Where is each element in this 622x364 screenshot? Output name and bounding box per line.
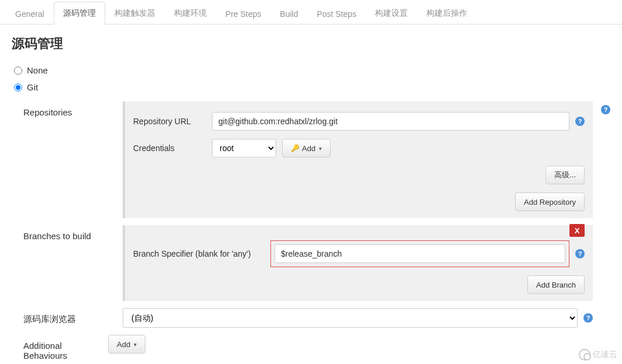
repositories-label: Repositories xyxy=(0,102,123,117)
help-icon[interactable]: ? xyxy=(583,313,593,323)
row-repo-browser: 源码库浏览器 (自动) ? xyxy=(0,308,622,328)
watermark-icon xyxy=(579,349,590,360)
tab-build-settings[interactable]: 构建设置 xyxy=(366,2,417,24)
branch-specifier-label: Branch Specifier (blank for 'any') xyxy=(133,249,270,258)
branches-label: Branches to build xyxy=(0,225,123,241)
credentials-label: Credentials xyxy=(133,144,212,153)
scm-option-none[interactable]: None xyxy=(14,62,608,79)
credentials-select[interactable]: root xyxy=(212,139,276,158)
repo-url-input[interactable] xyxy=(212,112,569,131)
tab-general[interactable]: General xyxy=(6,3,54,24)
tab-scm[interactable]: 源码管理 xyxy=(54,2,105,24)
branch-spec-row: Branch Specifier (blank for 'any') ? xyxy=(133,240,585,267)
help-icon[interactable]: ? xyxy=(575,117,585,126)
additional-behaviours-label: Additional Behaviours xyxy=(0,335,108,360)
scm-radio-none[interactable] xyxy=(14,66,22,75)
branch-specifier-highlight xyxy=(270,240,569,267)
repo-url-row: Repository URL ? xyxy=(133,112,585,131)
row-branches: Branches to build X Branch Specifier (bl… xyxy=(0,225,622,301)
add-credentials-label: Add xyxy=(302,144,315,153)
add-repository-button[interactable]: Add Repository xyxy=(515,192,585,211)
chevron-down-icon: ▾ xyxy=(319,145,322,152)
chevron-down-icon: ▾ xyxy=(134,341,137,348)
add-branch-button[interactable]: Add Branch xyxy=(527,275,585,294)
add-behaviour-button[interactable]: Add ▾ xyxy=(108,335,145,354)
tab-build[interactable]: Build xyxy=(270,3,307,24)
tab-pre-steps[interactable]: Pre Steps xyxy=(216,3,270,24)
branches-panel: X Branch Specifier (blank for 'any') ? A… xyxy=(123,225,593,301)
delete-branch-button[interactable]: X xyxy=(569,224,585,237)
branch-specifier-input[interactable] xyxy=(274,244,565,263)
repo-url-label: Repository URL xyxy=(133,117,212,126)
watermark-text: 亿速云 xyxy=(593,349,617,360)
config-tabs: General 源码管理 构建触发器 构建环境 Pre Steps Build … xyxy=(0,0,622,24)
repo-browser-select[interactable]: (自动) xyxy=(123,308,578,328)
help-icon[interactable]: ? xyxy=(601,105,610,114)
scm-option-label: Git xyxy=(27,82,38,92)
repositories-panel: Repository URL ? Credentials root 🔑 Add … xyxy=(123,102,593,218)
add-credentials-button[interactable]: 🔑 Add ▾ xyxy=(282,139,331,158)
row-additional-behaviours: Additional Behaviours Add ▾ xyxy=(0,335,622,360)
tab-post-steps[interactable]: Post Steps xyxy=(307,3,366,24)
tab-post-build[interactable]: 构建后操作 xyxy=(417,2,477,24)
advanced-button[interactable]: 高级... xyxy=(545,166,585,184)
scm-radio-group: None Git xyxy=(0,60,622,102)
tab-triggers[interactable]: 构建触发器 xyxy=(105,2,165,24)
row-repositories: Repositories ? Repository URL ? Credenti… xyxy=(0,102,622,218)
section-title-scm: 源码管理 xyxy=(0,24,622,60)
credentials-row: Credentials root 🔑 Add ▾ xyxy=(133,139,585,158)
add-behaviour-label: Add xyxy=(117,340,130,349)
help-icon[interactable]: ? xyxy=(575,249,585,258)
scm-option-git[interactable]: Git xyxy=(14,79,608,96)
watermark: 亿速云 xyxy=(579,349,617,360)
tab-build-env[interactable]: 构建环境 xyxy=(165,2,216,24)
scm-radio-git[interactable] xyxy=(14,83,22,92)
repo-browser-label: 源码库浏览器 xyxy=(0,308,123,325)
key-icon: 🔑 xyxy=(291,144,300,152)
scm-option-label: None xyxy=(27,65,48,75)
